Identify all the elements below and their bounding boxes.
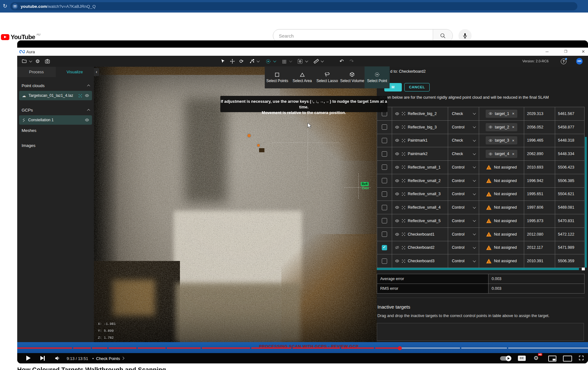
theater-mode-button[interactable]: [563, 356, 572, 362]
section-meshes[interactable]: Meshes: [22, 128, 36, 133]
visibility-eye-icon[interactable]: [85, 118, 89, 122]
target-locate-icon[interactable]: [401, 112, 406, 116]
target-locate-icon[interactable]: [401, 206, 406, 210]
visibility-eye-icon[interactable]: [395, 112, 399, 116]
mode-dropdown[interactable]: Control: [448, 174, 479, 187]
mode-dropdown[interactable]: Check: [448, 107, 479, 120]
row-checkbox[interactable]: [382, 205, 387, 210]
grid-view-icon[interactable]: ▦: [282, 56, 287, 67]
reload-icon[interactable]: ↻: [3, 3, 7, 10]
tab-visualize[interactable]: Visualize: [56, 67, 94, 77]
row-checkbox[interactable]: [382, 151, 387, 157]
target-marker-dot[interactable]: [257, 144, 260, 147]
registration-chevron[interactable]: [257, 56, 259, 67]
fullscreen-button[interactable]: [578, 355, 584, 361]
select-area-button[interactable]: Select Area: [290, 66, 315, 88]
mode-dropdown[interactable]: Check: [448, 134, 479, 147]
mode-dropdown[interactable]: Control: [448, 121, 479, 134]
orbit-rotate-icon[interactable]: ⟳: [239, 56, 243, 67]
chapter-title[interactable]: Check Points: [96, 356, 120, 361]
close-button[interactable]: ✕: [579, 48, 588, 56]
progress-bar[interactable]: [17, 347, 588, 349]
tab-process[interactable]: Process: [17, 67, 56, 77]
minimize-button[interactable]: ─: [542, 48, 552, 56]
open-project-chevron[interactable]: [29, 56, 31, 67]
assigned-target-chip[interactable]: target_4 ×: [486, 150, 517, 158]
sidebar-collapse-handle[interactable]: ‹: [94, 68, 99, 76]
unassign-x-icon[interactable]: ×: [512, 138, 514, 143]
autoplay-toggle[interactable]: [500, 356, 511, 361]
next-button[interactable]: [40, 356, 45, 361]
target-locate-icon[interactable]: [401, 125, 406, 129]
inactive-targets-dropzone[interactable]: [377, 323, 584, 341]
visibility-eye-icon[interactable]: [395, 192, 399, 196]
mode-dropdown[interactable]: Control: [448, 201, 479, 214]
visibility-eye-icon[interactable]: [395, 205, 399, 210]
user-avatar[interactable]: HH: [576, 58, 583, 65]
mode-dropdown[interactable]: Control: [448, 188, 479, 201]
target-marker-dot[interactable]: [248, 134, 251, 137]
address-bar[interactable]: youtube.com/watch?v=A7KaBJRnQ_Q: [10, 2, 577, 10]
measure-tool[interactable]: [313, 56, 319, 67]
select-volume-button[interactable]: Select Volume: [340, 66, 365, 88]
visibility-eye-off-icon[interactable]: [395, 245, 399, 250]
assigned-target-chip[interactable]: target_1 ×: [486, 110, 517, 118]
youtube-logo[interactable]: YouTube AU: [1, 34, 40, 40]
select-lasso-button[interactable]: Select Lasso: [315, 66, 340, 88]
assigned-target-chip[interactable]: target_2 ×: [486, 123, 517, 131]
help-icon[interactable]: ?: [561, 59, 566, 64]
grid-view-chevron[interactable]: [289, 56, 291, 67]
restore-button[interactable]: ❐: [561, 48, 570, 56]
search-button[interactable]: [433, 29, 453, 42]
target-locate-icon[interactable]: [401, 232, 406, 236]
unassign-x-icon[interactable]: ×: [512, 125, 514, 129]
assigned-target-chip[interactable]: target_3 ×: [486, 136, 517, 144]
target-locate-icon[interactable]: [401, 179, 406, 183]
captions-button[interactable]: CC: [518, 356, 526, 361]
visibility-eye-icon[interactable]: [395, 259, 399, 263]
mode-dropdown[interactable]: Control: [448, 214, 479, 227]
unassign-x-icon[interactable]: ×: [512, 152, 514, 156]
focus-target-icon[interactable]: [78, 94, 82, 98]
screenshot-camera-button[interactable]: [45, 56, 50, 67]
visibility-eye-icon[interactable]: [395, 165, 399, 169]
target-locate-icon[interactable]: [401, 259, 406, 263]
mode-dropdown[interactable]: Check: [448, 147, 479, 160]
row-checkbox[interactable]: [382, 218, 387, 223]
point-cloud-item[interactable]: ☁ Targetscan_01_laz1_4.laz: [19, 91, 92, 100]
row-checkbox[interactable]: [382, 191, 387, 197]
visibility-eye-icon[interactable]: [85, 93, 89, 98]
chapter-chevron-icon[interactable]: [121, 357, 125, 360]
row-checkbox[interactable]: [382, 258, 387, 264]
target-locate-icon[interactable]: [401, 192, 406, 196]
row-checkbox[interactable]: [382, 138, 387, 143]
target-locate-icon[interactable]: [401, 165, 406, 169]
horizontal-scrollbar[interactable]: [377, 268, 579, 270]
open-project-button[interactable]: [22, 56, 27, 67]
target-locate-icon[interactable]: [401, 246, 406, 250]
mode-dropdown[interactable]: Control: [448, 161, 479, 174]
visibility-eye-icon[interactable]: [395, 219, 399, 223]
row-checkbox[interactable]: [382, 232, 387, 237]
target-locate-icon[interactable]: [401, 138, 406, 143]
settings-gear-icon[interactable]: ⚙: [35, 56, 40, 67]
section-point-clouds[interactable]: Point clouds: [22, 82, 90, 89]
target-locate-icon[interactable]: [401, 152, 406, 156]
select-tool-active[interactable]: [265, 56, 271, 67]
pan-tool[interactable]: [230, 56, 235, 67]
clip-box-chevron[interactable]: [305, 56, 307, 67]
row-checkbox[interactable]: [382, 245, 387, 250]
cancel-button[interactable]: CANCEL: [404, 83, 430, 91]
redo-icon[interactable]: ↷: [350, 56, 354, 67]
target-locate-icon[interactable]: [401, 219, 406, 223]
measure-chevron[interactable]: [321, 56, 323, 67]
clip-box-tool[interactable]: [297, 56, 303, 67]
row-checkbox[interactable]: [382, 164, 387, 170]
visibility-eye-icon[interactable]: [395, 125, 399, 129]
mode-dropdown[interactable]: Control: [448, 254, 479, 268]
vertical-scrollbar[interactable]: [585, 137, 587, 268]
gcp-constellation-item[interactable]: Constellation 1: [19, 115, 92, 125]
search-input[interactable]: [273, 29, 433, 42]
miniplayer-button[interactable]: [548, 356, 556, 362]
volume-button[interactable]: [54, 355, 60, 361]
